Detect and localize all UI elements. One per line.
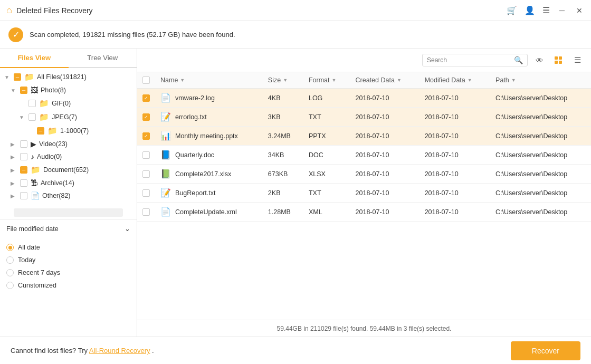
row-checkbox-0[interactable]: ✓ xyxy=(137,89,155,108)
row-checkbox-1[interactable]: ✓ xyxy=(137,108,155,127)
row-checkbox-4[interactable] xyxy=(137,165,155,184)
row-name-6: 📄 CompleteUpdate.xml xyxy=(155,203,263,222)
tree-item-document[interactable]: ▶ ─ 📁 Document(652) xyxy=(0,163,137,177)
list-view-button[interactable]: ☰ xyxy=(570,53,585,68)
file-table: Name▼ Size▼ Format▼ Created Data▼ Modifi xyxy=(137,72,591,320)
row-path-4: C:\Users\server\Desktop xyxy=(490,165,591,184)
radio-recent7[interactable] xyxy=(6,269,14,276)
cb-all-files[interactable]: ─ xyxy=(13,73,22,81)
home-icon[interactable]: ⌂ xyxy=(6,5,12,16)
photo-icon: 🖼 xyxy=(31,86,38,94)
th-size[interactable]: Size▼ xyxy=(263,72,303,89)
label-archive: Archive(14) xyxy=(41,179,74,187)
row-size-3: 34KB xyxy=(263,146,303,165)
cart-icon[interactable]: 🛒 xyxy=(507,5,517,15)
table-row: ✓ 📄 vmware-2.log 4KB LOG 2018-07-10 2018… xyxy=(137,89,591,108)
cb-other[interactable] xyxy=(20,191,28,200)
row-modified-3: 2018-07-10 xyxy=(420,146,490,165)
filter-recent7[interactable]: Recent 7 days xyxy=(6,266,130,279)
row-size-6: 1.28MB xyxy=(263,203,303,222)
all-round-recovery-link[interactable]: All-Round Recovery xyxy=(89,347,150,355)
grid-view-button[interactable] xyxy=(551,53,566,68)
file-name-0: vmware-2.log xyxy=(175,94,215,102)
label-today: Today xyxy=(18,256,35,264)
table-header-row: Name▼ Size▼ Format▼ Created Data▼ Modifi xyxy=(137,72,591,89)
filter-custom[interactable]: Cunstomized xyxy=(6,279,130,292)
row-size-5: 2KB xyxy=(263,184,303,203)
content-toolbar: 🔍 👁 ☰ xyxy=(137,49,591,72)
recover-button[interactable]: Recover xyxy=(511,341,580,360)
row-modified-4: 2018-07-10 xyxy=(420,165,490,184)
content-area: 🔍 👁 ☰ xyxy=(137,49,591,337)
title-bar-actions: 🛒 👤 ☰ ─ ✕ xyxy=(507,5,585,15)
th-path[interactable]: Path▼ xyxy=(490,72,591,89)
cb-audio[interactable] xyxy=(20,152,28,161)
tab-tree-view[interactable]: Tree View xyxy=(69,49,137,68)
tree-item-gif[interactable]: 📁 GIF(0) xyxy=(0,97,137,110)
chevron-other: ▶ xyxy=(11,193,17,199)
row-created-5: 2018-07-10 xyxy=(350,184,420,203)
th-format[interactable]: Format▼ xyxy=(303,72,350,89)
search-input[interactable] xyxy=(427,56,511,64)
tree-item-video[interactable]: ▶ ▶ Video(23) xyxy=(0,138,137,150)
label-other: Other(82) xyxy=(42,192,71,199)
tree-item-all-files[interactable]: ▼ ─ 📁 All Files(191821) xyxy=(0,70,137,84)
sidebar: Files View Tree View ▼ ─ 📁 All Files(191… xyxy=(0,49,137,337)
menu-icon[interactable]: ☰ xyxy=(542,5,550,15)
filter-header[interactable]: File modified date ⌄ xyxy=(0,219,137,238)
row-created-1: 2018-07-10 xyxy=(350,108,420,127)
table-row: ✓ 📊 Monthly meeting.pptx 3.24MB PPTX 201… xyxy=(137,127,591,146)
scan-check-icon: ✓ xyxy=(8,27,23,42)
view-tabs: Files View Tree View xyxy=(0,49,137,68)
chevron-photo: ▼ xyxy=(11,88,17,93)
radio-all-date[interactable] xyxy=(6,244,14,251)
minimize-button[interactable]: ─ xyxy=(557,6,567,15)
tab-files-view[interactable]: Files View xyxy=(0,49,69,68)
close-button[interactable]: ✕ xyxy=(574,6,585,15)
tree-item-jpeg[interactable]: ▼ 📁 JPEG(7) xyxy=(0,110,137,124)
th-modified[interactable]: Modified Data▼ xyxy=(420,72,490,89)
preview-view-button[interactable]: 👁 xyxy=(532,53,547,68)
row-created-0: 2018-07-10 xyxy=(350,89,420,108)
label-all-files: All Files(191821) xyxy=(37,73,87,81)
tree-item-other[interactable]: ▶ 📄 Other(82) xyxy=(0,189,137,202)
radio-custom[interactable] xyxy=(6,282,14,289)
th-name[interactable]: Name▼ xyxy=(155,72,263,89)
radio-today[interactable] xyxy=(6,256,14,264)
row-modified-1: 2018-07-10 xyxy=(420,108,490,127)
filter-all-date[interactable]: All date xyxy=(6,241,130,254)
cb-jpeg[interactable] xyxy=(28,113,36,121)
tree-item-1-1000[interactable]: ─ 📁 1-1000(7) xyxy=(0,124,137,138)
cb-document[interactable]: ─ xyxy=(20,166,28,174)
row-created-4: 2018-07-10 xyxy=(350,165,420,184)
cb-archive[interactable] xyxy=(20,179,28,187)
row-checkbox-2[interactable]: ✓ xyxy=(137,127,155,146)
chevron-audio: ▶ xyxy=(11,154,17,160)
file-name-5: BugReport.txt xyxy=(175,189,215,197)
filter-today[interactable]: Today xyxy=(6,254,130,266)
tree-item-archive[interactable]: ▶ 🗜 Archive(14) xyxy=(0,177,137,189)
filter-section: File modified date ⌄ All date Today Rece… xyxy=(0,219,137,295)
cb-gif[interactable] xyxy=(28,99,36,108)
row-created-6: 2018-07-10 xyxy=(350,203,420,222)
row-checkbox-6[interactable] xyxy=(137,203,155,222)
tree-item-audio[interactable]: ▶ ♪ Audio(0) xyxy=(0,150,137,163)
cb-photo[interactable]: ─ xyxy=(20,86,28,94)
th-checkbox[interactable] xyxy=(137,72,155,89)
search-box[interactable]: 🔍 xyxy=(422,54,528,66)
label-photo: Photo(8) xyxy=(41,87,66,94)
row-format-4: XLSX xyxy=(303,165,350,184)
row-created-3: 2018-07-10 xyxy=(350,146,420,165)
row-path-3: C:\Users\server\Desktop xyxy=(490,146,591,165)
app-title: Deleted Files Recovery xyxy=(16,6,93,15)
cb-video[interactable] xyxy=(20,140,28,148)
account-icon[interactable]: 👤 xyxy=(525,5,535,15)
row-path-5: C:\Users\server\Desktop xyxy=(490,184,591,203)
row-checkbox-3[interactable] xyxy=(137,146,155,165)
row-checkbox-5[interactable] xyxy=(137,184,155,203)
cb-1-1000[interactable]: ─ xyxy=(36,127,45,135)
th-created[interactable]: Created Data▼ xyxy=(350,72,420,89)
file-tree: ▼ ─ 📁 All Files(191821) ▼ ─ 🖼 Photo(8) xyxy=(0,68,137,204)
folder-jpeg-icon: 📁 xyxy=(39,112,49,122)
tree-item-photo[interactable]: ▼ ─ 🖼 Photo(8) xyxy=(0,84,137,97)
